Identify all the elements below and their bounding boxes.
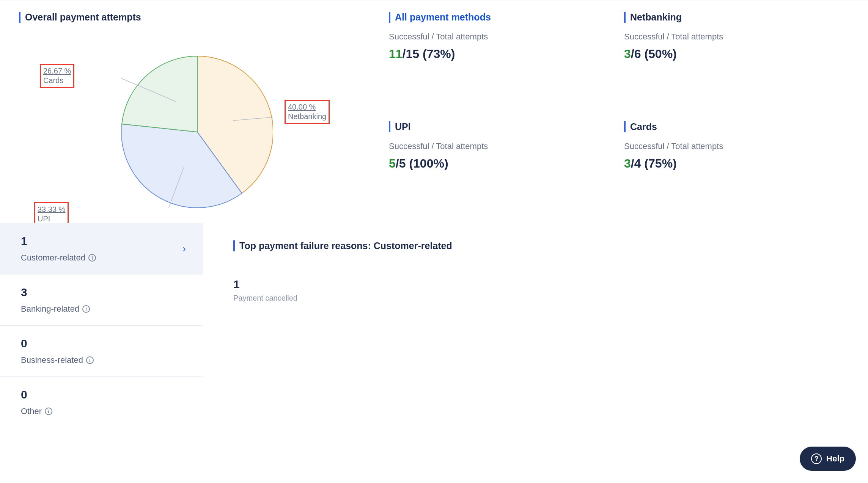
pie-label-upi-name: UPI [38, 214, 65, 224]
stat-cards[interactable]: Cards Successful / Total attempts 3/4 (7… [624, 121, 837, 212]
stat-all-title: All payment methods [389, 12, 601, 23]
pie-chart [121, 56, 273, 208]
pie-chart-area: 26.67 % Cards 33.33 % UPI 40.00 % Netban… [19, 33, 383, 212]
pie-slice-cards [122, 56, 197, 132]
chevron-right-icon: › [182, 243, 186, 255]
stat-upi-value: 5/5 (100%) [389, 157, 601, 171]
pie-label-netbanking: 40.00 % Netbanking [285, 100, 330, 124]
sidebar-item-customer-related[interactable]: 1 Customer-relatedi › [0, 223, 203, 274]
stat-upi-sub: Successful / Total attempts [389, 141, 601, 151]
stat-cards-title: Cards [624, 121, 837, 132]
help-icon: ? [811, 453, 822, 464]
failure-reason-count: 1 [233, 278, 838, 291]
stat-cards-value: 3/4 (75%) [624, 157, 837, 171]
sidebar-other-label: Otheri [21, 406, 182, 416]
stat-upi-title: UPI [389, 121, 601, 132]
stat-all-sub: Successful / Total attempts [389, 32, 601, 42]
sidebar-banking-label: Banking-relatedi [21, 304, 182, 314]
sidebar-item-business-related[interactable]: 0 Business-relatedi [0, 326, 203, 377]
failure-category-sidebar: 1 Customer-relatedi › 3 Banking-relatedi… [0, 223, 203, 428]
pie-label-netbanking-name: Netbanking [288, 112, 326, 121]
failure-reason-label: Payment cancelled [233, 294, 838, 303]
pie-label-cards-name: Cards [43, 76, 71, 85]
pie-label-cards-pct: 26.67 % [43, 66, 71, 76]
sidebar-item-other[interactable]: 0 Otheri [0, 377, 203, 428]
failure-reason-item: 1 Payment cancelled [233, 278, 838, 303]
stat-netbanking[interactable]: Netbanking Successful / Total attempts 3… [624, 12, 837, 102]
info-icon[interactable]: i [86, 356, 94, 364]
stat-cards-sub: Successful / Total attempts [624, 141, 837, 151]
info-icon[interactable]: i [88, 254, 96, 262]
info-icon[interactable]: i [82, 305, 90, 313]
stat-netbanking-value: 3/6 (50%) [624, 47, 837, 61]
stat-upi[interactable]: UPI Successful / Total attempts 5/5 (100… [389, 121, 601, 212]
pie-label-cards: 26.67 % Cards [40, 64, 74, 88]
help-label: Help [826, 454, 844, 464]
stat-all-value: 11/15 (73%) [389, 47, 601, 61]
pie-label-upi: 33.33 % UPI [34, 202, 69, 226]
sidebar-item-banking-related[interactable]: 3 Banking-relatedi [0, 274, 203, 326]
overall-payment-attempts-title: Overall payment attempts [19, 12, 383, 23]
pie-label-upi-pct: 33.33 % [38, 205, 65, 214]
top-failure-reasons-title: Top payment failure reasons: Customer-re… [233, 240, 838, 251]
sidebar-banking-count: 3 [21, 286, 182, 299]
help-button[interactable]: ? Help [800, 447, 856, 471]
sidebar-business-label: Business-relatedi [21, 355, 182, 365]
sidebar-customer-count: 1 [21, 235, 182, 248]
stat-netbanking-sub: Successful / Total attempts [624, 32, 837, 42]
sidebar-business-count: 0 [21, 337, 182, 350]
sidebar-other-count: 0 [21, 388, 182, 401]
pie-label-netbanking-pct: 40.00 % [288, 102, 326, 112]
stat-all-payment-methods[interactable]: All payment methods Successful / Total a… [389, 12, 601, 102]
info-icon[interactable]: i [45, 408, 52, 415]
sidebar-customer-label: Customer-relatedi [21, 253, 182, 263]
stat-netbanking-title: Netbanking [624, 12, 837, 23]
